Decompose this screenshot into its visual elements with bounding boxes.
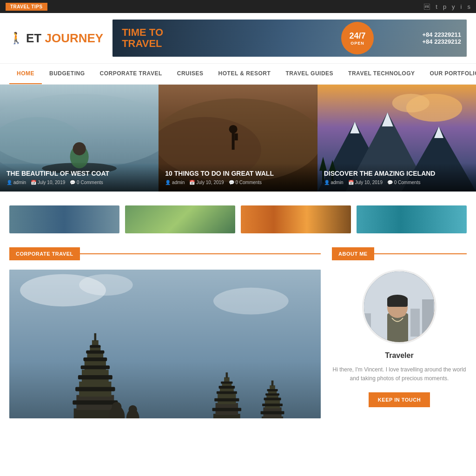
hero-comments-3: 💬 0 Comments: [387, 180, 420, 185]
social-icons-container:  t p y i s: [424, 3, 470, 10]
svg-rect-34: [75, 387, 115, 391]
traveler-name: Traveler: [332, 351, 467, 360]
svg-rect-54: [219, 386, 235, 389]
main-right: ABOUT ME: [332, 247, 467, 418]
avatar: [362, 270, 436, 344]
corporate-travel-header: CORPORATE TRAVEL: [9, 247, 321, 260]
logo-icon: 🚶: [9, 32, 23, 45]
header: 🚶 ET JOURNEY TIME TO TRAVEL 24/7 OPEN +8…: [0, 13, 476, 63]
svg-rect-50: [214, 398, 239, 402]
skype-icon[interactable]: s: [468, 3, 471, 10]
svg-rect-36: [78, 375, 112, 379]
logo[interactable]: 🚶 ET JOURNEY: [9, 31, 103, 46]
svg-point-11: [229, 125, 238, 133]
about-section: Traveler Hi there, I'm Vincent. I love t…: [332, 270, 467, 407]
nav-budgeting[interactable]: BUDGETING: [42, 64, 93, 84]
main-nav: HOME BUDGETING CORPORATE TRAVEL CRUISES …: [0, 63, 476, 85]
svg-rect-10: [232, 131, 235, 150]
svg-rect-48: [212, 408, 241, 411]
thumb-2[interactable]: [125, 205, 235, 233]
thumb-1[interactable]: [9, 205, 119, 233]
svg-rect-38: [81, 365, 110, 369]
svg-point-6: [73, 142, 86, 155]
hero-item-1[interactable]: THE BEAUTIFUL OF WEST COAT 👤 admin 📅 Jul…: [0, 85, 159, 192]
svg-rect-62: [262, 403, 283, 406]
svg-rect-56: [221, 382, 232, 384]
hero-item-3[interactable]: DISCOVER THE AMAZING ICELAND 👤 admin 📅 J…: [317, 85, 476, 192]
svg-rect-40: [83, 357, 107, 361]
keep-in-touch-button[interactable]: KEEP IN TOUCH: [369, 392, 430, 407]
instagram-icon[interactable]: i: [461, 3, 462, 10]
nav-our-portfolio[interactable]: OUR PORTFOLIO: [423, 64, 476, 84]
top-bar: TRAVEL TIPS  t p y i s: [0, 0, 476, 13]
hero-grid: THE BEAUTIFUL OF WEST COAT 👤 admin 📅 Jul…: [0, 85, 476, 192]
nav-travel-technology[interactable]: TRAVEL TECHNOLOGY: [341, 64, 422, 84]
hero-overlay-2: 10 THINGS TO DO IN GREAT WALL 👤 admin 📅 …: [159, 163, 317, 192]
svg-rect-79: [422, 299, 434, 337]
facebook-icon[interactable]: : [424, 3, 430, 10]
svg-rect-66: [265, 393, 279, 396]
hero-date-1: 📅 July 10, 2019: [31, 180, 65, 185]
hero-date-3: 📅 July 10, 2019: [348, 180, 383, 185]
svg-rect-60: [261, 411, 284, 414]
hero-item-2[interactable]: 10 THINGS TO DO IN GREAT WALL 👤 admin 📅 …: [159, 85, 317, 192]
nav-corporate-travel[interactable]: CORPORATE TRAVEL: [93, 64, 170, 84]
svg-point-29: [213, 288, 289, 315]
svg-rect-68: [267, 389, 278, 391]
svg-rect-45: [94, 333, 97, 341]
section-line-left: [80, 253, 321, 254]
svg-point-15: [392, 94, 429, 112]
main-left: CORPORATE TRAVEL: [9, 247, 321, 418]
pinterest-icon[interactable]: p: [443, 3, 446, 10]
youtube-icon[interactable]: y: [452, 3, 455, 10]
nav-travel-guides[interactable]: TRAVEL GUIDES: [278, 64, 341, 84]
hero-comments-2: 💬 0 Comments: [229, 180, 262, 185]
about-me-header: ABOUT ME: [332, 247, 467, 260]
svg-point-72: [112, 402, 122, 412]
hero-date-2: 📅 July 10, 2019: [189, 180, 224, 185]
svg-rect-32: [73, 400, 118, 404]
hero-title-2: 10 THINGS TO DO IN GREAT WALL: [165, 170, 311, 177]
nav-cruises[interactable]: CRUISES: [170, 64, 211, 84]
svg-point-28: [79, 274, 133, 296]
hero-meta-3: 👤 admin 📅 July 10, 2019 💬 0 Comments: [324, 180, 469, 185]
hero-meta-2: 👤 admin 📅 July 10, 2019 💬 0 Comments: [165, 180, 311, 185]
banner-headline: TIME TO TRAVEL: [122, 27, 163, 49]
svg-rect-42: [86, 350, 104, 354]
thumb-3[interactable]: [241, 205, 351, 233]
traveler-bio: Hi there, I'm Vincent. I love travelling…: [332, 365, 467, 383]
svg-rect-64: [264, 398, 281, 401]
svg-point-85: [395, 310, 406, 317]
thumbnail-strip: [0, 192, 476, 247]
banner-text: TIME TO TRAVEL: [122, 27, 163, 49]
hero-meta-1: 👤 admin 📅 July 10, 2019 💬 0 Comments: [7, 180, 152, 185]
thumb-4[interactable]: [357, 205, 467, 233]
svg-rect-84: [387, 298, 408, 307]
logo-text: ET JOURNEY: [26, 31, 103, 46]
hero-author-2: 👤 admin: [165, 180, 185, 185]
travel-tips-badge[interactable]: TRAVEL TIPS: [6, 3, 47, 11]
hero-title-1: THE BEAUTIFUL OF WEST COAT: [7, 170, 152, 177]
svg-point-74: [128, 405, 137, 414]
nav-hotel-resort[interactable]: HOTEL & RESORT: [211, 64, 278, 84]
main-content: CORPORATE TRAVEL: [0, 247, 476, 432]
hero-overlay-3: DISCOVER THE AMAZING ICELAND 👤 admin 📅 J…: [317, 163, 476, 192]
hero-author-1: 👤 admin: [7, 180, 26, 185]
svg-rect-44: [90, 345, 100, 348]
header-banner: TIME TO TRAVEL 24/7 OPEN +84 22329211 +8…: [112, 20, 467, 57]
svg-rect-57: [226, 372, 228, 378]
corporate-travel-label: CORPORATE TRAVEL: [9, 247, 80, 260]
nav-home[interactable]: HOME: [9, 64, 42, 84]
section-line-right: [374, 253, 467, 254]
corporate-travel-image[interactable]: [9, 270, 321, 418]
banner-background: [112, 20, 467, 57]
svg-rect-80: [364, 313, 371, 337]
banner-open-badge: 24/7 OPEN: [341, 22, 374, 54]
twitter-icon[interactable]: t: [436, 3, 437, 10]
hero-overlay-1: THE BEAUTIFUL OF WEST COAT 👤 admin 📅 Jul…: [0, 163, 159, 192]
svg-rect-12: [235, 133, 238, 140]
hero-title-3: DISCOVER THE AMAZING ICELAND: [324, 170, 469, 177]
hero-comments-1: 💬 0 Comments: [70, 180, 103, 185]
svg-rect-52: [217, 391, 237, 394]
svg-rect-69: [271, 381, 274, 386]
